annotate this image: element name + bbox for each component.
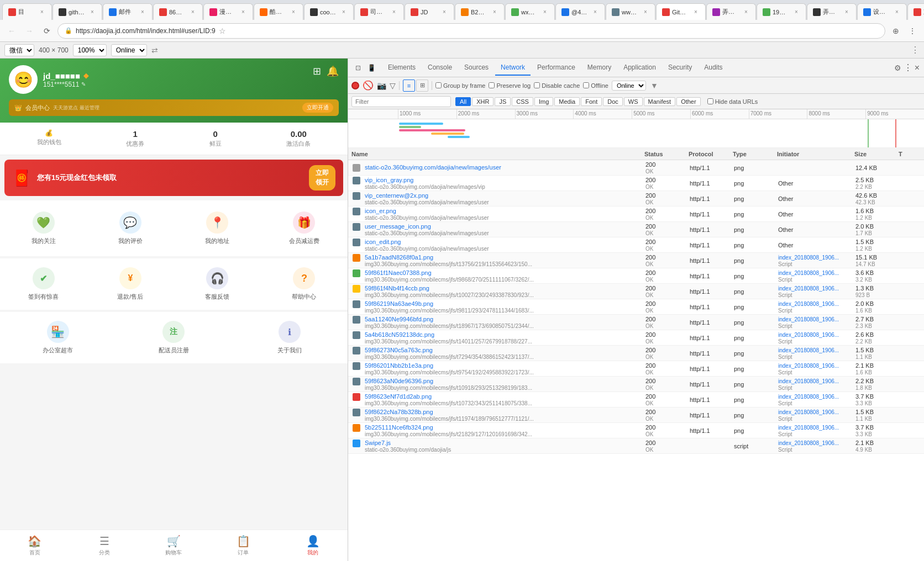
tab-8[interactable]: 司… × (354, 3, 404, 20)
disable-cache-label[interactable]: Disable cache (534, 82, 580, 89)
tab-9[interactable]: JD × (405, 3, 454, 20)
tab-performance[interactable]: Performance (532, 60, 581, 76)
tab-close-7[interactable]: × (340, 8, 348, 16)
tab-close-4[interactable]: × (189, 8, 197, 16)
tab-5[interactable]: 漫… × (203, 3, 253, 20)
tab-18[interactable]: 设计… × (857, 3, 907, 20)
tab-close-13[interactable]: × (642, 8, 649, 16)
tab-3[interactable]: 邮件 × (103, 3, 153, 20)
tab-sources[interactable]: Sources (459, 60, 494, 76)
menu-icon[interactable]: ⋮ (905, 24, 920, 38)
table-row[interactable]: 59f86273N0c5a763c.png img30.360buyimg.co… (348, 346, 924, 361)
tab-close-11[interactable]: × (541, 8, 549, 16)
tab-19[interactable]: 京东… × (907, 3, 924, 20)
tab-7[interactable]: coo… × (304, 3, 354, 20)
tab-application[interactable]: Application (618, 60, 662, 76)
menu-item-review[interactable]: 💬 我的评价 (87, 207, 174, 250)
hide-data-urls-label[interactable]: Hide data URLs (707, 98, 758, 105)
filter-doc-button[interactable]: Doc (603, 97, 623, 106)
tab-close-6[interactable]: × (290, 8, 297, 16)
waterfall-view-button[interactable]: ≡ (403, 80, 415, 92)
bookmark-icon[interactable]: ☆ (219, 27, 226, 35)
menu-item-checkin[interactable]: ✔ 签到有惊喜 (0, 263, 87, 305)
vip-open-button[interactable]: 立即开通 (302, 103, 333, 113)
red-packet-button[interactable]: 立即领开 (309, 165, 335, 190)
stat-whitebar[interactable]: 0.00 激活白条 (286, 129, 311, 148)
inspect-element-icon[interactable]: ⊡ (353, 62, 364, 73)
back-button[interactable]: ← (4, 24, 19, 38)
disable-cache-checkbox[interactable] (534, 82, 540, 88)
nav-cart[interactable]: 🛒 购物车 (157, 534, 190, 557)
tab-close-18[interactable]: × (893, 8, 901, 16)
throttle-down-icon[interactable]: ▼ (650, 81, 658, 90)
menu-item-office-market[interactable]: 🏪 办公室超市 (0, 316, 116, 359)
preserve-log-checkbox[interactable] (489, 82, 495, 88)
nav-category[interactable]: ☰ 分类 (88, 534, 121, 557)
bell-icon[interactable]: 🔔 (327, 65, 339, 77)
stat-wallet[interactable]: 💰 我的钱包 (37, 129, 61, 148)
tab-close-2[interactable]: × (88, 8, 96, 16)
tab-elements[interactable]: Elements (382, 60, 421, 76)
extension-icon[interactable]: ⊕ (889, 24, 903, 38)
nav-orders[interactable]: 📋 订单 (227, 534, 260, 557)
filter-font-button[interactable]: Font (581, 97, 602, 106)
table-row[interactable]: 59f8622cNa78b328b.png img30.360buyimg.co… (348, 407, 924, 423)
th-name[interactable]: Name (351, 151, 644, 157)
tab-6[interactable]: 酷… × (254, 3, 303, 20)
table-row[interactable]: 5aa11240Ne9946bfd.png img30.360buyimg.co… (348, 315, 924, 330)
device-mode-icon[interactable]: 📱 (366, 62, 377, 73)
record-button[interactable] (351, 82, 359, 89)
tab-close-9[interactable]: × (440, 8, 448, 16)
th-initiator[interactable]: Initiator (777, 151, 854, 157)
tab-close-15[interactable]: × (742, 8, 750, 16)
filter-other-button[interactable]: Other (676, 97, 701, 106)
table-row[interactable]: 59f861f1Naec07388.png img30.360buyimg.co… (348, 268, 924, 284)
table-row[interactable]: static-o2o.360buyimg.com/daojia/new/imag… (348, 160, 924, 176)
filter-toggle-button[interactable]: ▽ (390, 81, 396, 90)
menu-item-follow[interactable]: 💚 我的关注 (0, 207, 87, 250)
tab-10[interactable]: B2… × (455, 3, 505, 20)
nav-profile[interactable]: 👤 我的 (296, 534, 329, 557)
tab-15[interactable]: 弄… × (706, 3, 756, 20)
tab-close-14[interactable]: × (692, 8, 700, 16)
table-row[interactable]: user_message_icon.png static-o2o.360buyi… (348, 222, 924, 237)
tab-17[interactable]: 弄… × (807, 3, 857, 20)
edit-icon[interactable]: ✎ (81, 81, 86, 87)
url-bar[interactable]: 🔒 https://daojia.jd.com/html/index.html#… (57, 23, 885, 39)
tab-close-5[interactable]: × (239, 8, 247, 16)
clear-button[interactable]: 🚫 (363, 80, 374, 91)
tab-close-8[interactable]: × (390, 8, 398, 16)
tab-close-17[interactable]: × (843, 8, 851, 16)
menu-item-vip-shipping[interactable]: 🎁 会员减运费 (261, 207, 348, 250)
th-protocol[interactable]: Protocol (689, 151, 733, 157)
tab-close-10[interactable]: × (491, 8, 498, 16)
tab-11[interactable]: wx… × (505, 3, 555, 20)
th-size[interactable]: Size (854, 151, 899, 157)
th-type[interactable]: Type (733, 151, 777, 157)
menu-item-help[interactable]: ? 帮助中心 (261, 263, 348, 305)
tab-audits[interactable]: Audits (699, 60, 728, 76)
table-row[interactable]: Swipe7.js static-o2o.360buyimg.com/daoji… (348, 438, 924, 454)
menu-item-refund[interactable]: ¥ 退款/售后 (87, 263, 174, 305)
screenshot-button[interactable]: 📷 (377, 81, 386, 90)
offline-checkbox[interactable] (583, 82, 589, 88)
table-row[interactable]: 5a4b618cN592138dc.png img30.360buyimg.co… (348, 330, 924, 346)
group-by-frame-checkbox[interactable] (435, 82, 442, 88)
filter-css-button[interactable]: CSS (512, 97, 533, 106)
tab-13[interactable]: ww… × (606, 3, 655, 20)
tab-close-16[interactable]: × (792, 8, 800, 16)
th-time[interactable]: T (899, 151, 921, 157)
table-row[interactable]: 59f861f4Nb4f14ccb.png img30.360buyimg.co… (348, 284, 924, 299)
th-status[interactable]: Status (644, 151, 689, 157)
stat-bean[interactable]: 0 鲜豆 (209, 129, 222, 148)
filter-img-button[interactable]: Img (534, 97, 553, 106)
menu-item-about[interactable]: ℹ 关于我们 (232, 316, 348, 359)
filter-xhr-button[interactable]: XHR (472, 97, 494, 106)
network-throttle-select[interactable]: Online (111, 44, 147, 56)
nav-home[interactable]: 🏠 首页 (18, 534, 51, 557)
menu-item-courier-register[interactable]: 注 配送员注册 (116, 316, 232, 359)
table-row[interactable]: 59f8623aN0de96396.png img30.360buyimg.co… (348, 377, 924, 392)
grid-icon[interactable]: ⊞ (313, 65, 321, 77)
table-row[interactable]: vip_centernew@2x.png static-o2o.360buyim… (348, 191, 924, 207)
forward-button[interactable]: → (22, 24, 36, 38)
